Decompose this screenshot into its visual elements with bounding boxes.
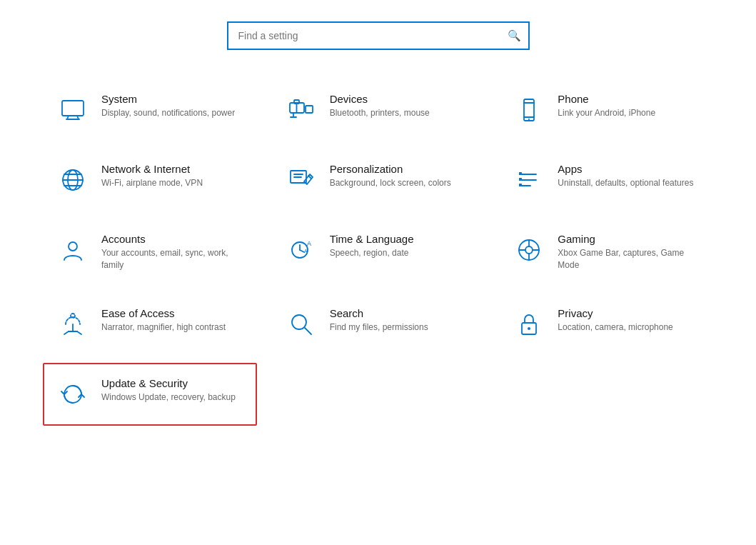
search-setting-icon: [284, 307, 318, 341]
phone-text: Phone Link your Android, iPhone: [558, 93, 655, 119]
svg-text:A: A: [304, 249, 308, 254]
privacy-desc: Location, camera, microphone: [558, 321, 672, 334]
devices-icon: [284, 93, 318, 127]
devices-text: Devices Bluetooth, printers, mouse: [330, 93, 430, 119]
svg-point-29: [69, 242, 77, 251]
personalization-text: Personalization Background, lock screen,…: [330, 163, 451, 189]
phone-title: Phone: [558, 93, 655, 105]
svg-line-43: [305, 328, 311, 334]
personalization-desc: Background, lock screen, colors: [330, 177, 451, 189]
setting-personalization[interactable]: Personalization Background, lock screen,…: [271, 149, 485, 211]
update-icon: [56, 377, 90, 411]
time-text: Time & Language Speech, region, date: [330, 233, 414, 259]
time-title: Time & Language: [330, 233, 414, 245]
gaming-icon: [512, 233, 546, 267]
privacy-title: Privacy: [558, 307, 672, 319]
update-title: Update & Security: [101, 377, 236, 389]
ease-text: Ease of Access Narrator, magnifier, high…: [101, 307, 226, 334]
svg-rect-28: [519, 184, 522, 186]
search-bar-wrapper: 🔍: [227, 21, 530, 50]
gaming-text: Gaming Xbox Game Bar, captures, Game Mod…: [558, 233, 700, 271]
time-desc: Speech, region, date: [330, 247, 414, 259]
network-desc: Wi-Fi, airplane mode, VPN: [101, 177, 203, 189]
svg-point-36: [525, 246, 533, 254]
apps-title: Apps: [558, 163, 693, 175]
svg-rect-26: [519, 178, 522, 181]
search-title: Search: [330, 307, 428, 319]
privacy-text: Privacy Location, camera, microphone: [558, 307, 672, 334]
gaming-desc: Xbox Game Bar, captures, Game Mode: [558, 247, 700, 271]
search-text: Search Find my files, permissions: [330, 307, 428, 334]
svg-text:A: A: [307, 240, 311, 247]
system-icon: [56, 93, 90, 127]
ease-desc: Narrator, magnifier, high contrast: [101, 321, 226, 334]
search-desc: Find my files, permissions: [330, 321, 428, 334]
svg-rect-24: [519, 172, 522, 175]
ease-icon: [56, 307, 90, 341]
settings-page: 🔍 System Display, sound, notifications, …: [0, 0, 756, 545]
network-title: Network & Internet: [101, 163, 203, 175]
update-text: Update & Security Windows Update, recove…: [101, 377, 236, 404]
search-input[interactable]: [227, 21, 530, 50]
setting-ease[interactable]: Ease of Access Narrator, magnifier, high…: [43, 293, 257, 356]
system-title: System: [101, 93, 235, 105]
devices-desc: Bluetooth, printers, mouse: [330, 107, 430, 119]
setting-time[interactable]: A A Time & Language Speech, region, date: [271, 219, 485, 286]
setting-update[interactable]: Update & Security Windows Update, recove…: [43, 363, 257, 426]
gaming-title: Gaming: [558, 233, 700, 245]
accounts-desc: Your accounts, email, sync, work, family: [101, 247, 244, 271]
apps-desc: Uninstall, defaults, optional features: [558, 177, 693, 189]
svg-point-45: [528, 327, 530, 330]
personalization-title: Personalization: [330, 163, 451, 175]
setting-privacy[interactable]: Privacy Location, camera, microphone: [499, 293, 713, 356]
svg-point-42: [292, 315, 306, 329]
privacy-icon: [512, 307, 546, 341]
network-text: Network & Internet Wi-Fi, airplane mode,…: [101, 163, 203, 189]
setting-search[interactable]: Search Find my files, permissions: [271, 293, 485, 356]
accounts-text: Accounts Your accounts, email, sync, wor…: [101, 233, 244, 271]
system-text: System Display, sound, notifications, po…: [101, 93, 235, 119]
phone-icon: [512, 93, 546, 127]
devices-title: Devices: [330, 93, 430, 105]
svg-rect-5: [306, 106, 313, 113]
svg-point-13: [528, 119, 530, 120]
settings-grid: System Display, sound, notifications, po…: [43, 79, 713, 426]
apps-icon: [512, 163, 546, 197]
setting-system[interactable]: System Display, sound, notifications, po…: [43, 79, 257, 141]
setting-gaming[interactable]: Gaming Xbox Game Bar, captures, Game Mod…: [499, 219, 713, 286]
ease-title: Ease of Access: [101, 307, 226, 319]
accounts-icon: [56, 233, 90, 267]
svg-rect-0: [62, 101, 84, 116]
network-icon: [56, 163, 90, 197]
update-desc: Windows Update, recovery, backup: [101, 391, 236, 404]
setting-network[interactable]: Network & Internet Wi-Fi, airplane mode,…: [43, 149, 257, 211]
accounts-title: Accounts: [101, 233, 244, 245]
setting-phone[interactable]: Phone Link your Android, iPhone: [499, 79, 713, 141]
setting-devices[interactable]: Devices Bluetooth, printers, mouse: [271, 79, 485, 141]
setting-apps[interactable]: Apps Uninstall, defaults, optional featu…: [499, 149, 713, 211]
setting-accounts[interactable]: Accounts Your accounts, email, sync, wor…: [43, 219, 257, 286]
time-icon: A A: [284, 233, 318, 267]
personalization-icon: [284, 163, 318, 197]
phone-desc: Link your Android, iPhone: [558, 107, 655, 119]
apps-text: Apps Uninstall, defaults, optional featu…: [558, 163, 693, 189]
system-desc: Display, sound, notifications, power: [101, 107, 235, 119]
